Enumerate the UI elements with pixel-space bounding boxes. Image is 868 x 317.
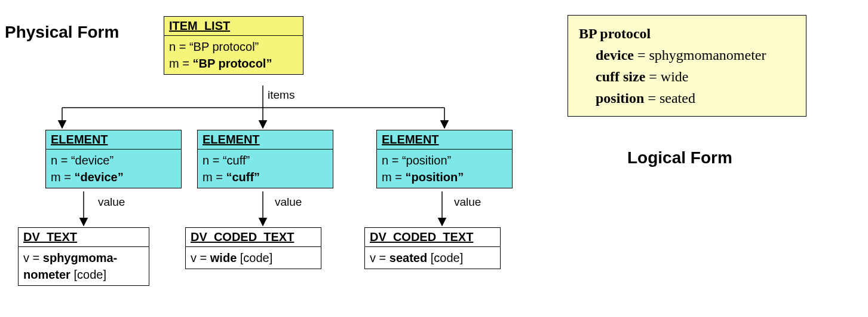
dv-text-box-device: DV_TEXT v = sphygmoma-nometer [code] [18,227,149,286]
dv-text-body-device: v = sphygmoma-nometer [code] [19,247,149,285]
element-n-device: n = “device” [51,152,176,169]
dv-coded-text-box-position: DV_CODED_TEXT v = seated [code] [364,227,501,269]
dv-coded-text-body-position: v = seated [code] [365,247,500,269]
element-type-cuff: ELEMENT [198,130,333,150]
element-box-device: ELEMENT n = “device” m = “device” [45,130,182,188]
logical-row-cuff: cuff size = wide [596,66,795,87]
logical-form-title: Logical Form [627,148,732,167]
dv-text-type-device: DV_TEXT [19,228,149,247]
item-list-m: m = “BP protocol” [169,55,298,72]
item-list-box: ITEM_LIST n = “BP protocol” m = “BP prot… [164,16,303,75]
value-edge-cuff: value [275,196,302,209]
element-m-cuff: m = “cuff” [203,169,328,185]
dv-coded-text-body-cuff: v = wide [code] [186,247,321,269]
element-m-device: m = “device” [51,169,176,185]
item-list-n: n = “BP protocol” [169,38,298,55]
logical-title: BP protocol [579,23,795,44]
items-edge-label: items [268,89,295,102]
item-list-body: n = “BP protocol” m = “BP protocol” [164,36,303,74]
element-m-position: m = “position” [382,169,507,185]
dv-coded-text-type-position: DV_CODED_TEXT [365,228,500,247]
physical-form-title: Physical Form [5,23,119,42]
value-edge-position: value [454,196,481,209]
dv-coded-text-box-cuff: DV_CODED_TEXT v = wide [code] [185,227,321,269]
element-body-device: n = “device” m = “device” [46,150,181,188]
item-list-type: ITEM_LIST [164,17,303,36]
value-edge-device: value [98,196,125,209]
logical-row-device: device = sphygmomanometer [596,44,795,66]
element-n-position: n = “position” [382,152,507,169]
element-n-cuff: n = “cuff” [203,152,328,169]
element-body-cuff: n = “cuff” m = “cuff” [198,150,333,188]
logical-row-position: position = seated [596,87,795,109]
element-box-position: ELEMENT n = “position” m = “position” [376,130,513,188]
element-type-device: ELEMENT [46,130,181,150]
element-body-position: n = “position” m = “position” [377,150,512,188]
logical-form-box: BP protocol device = sphygmomanometer cu… [568,15,806,117]
element-box-cuff: ELEMENT n = “cuff” m = “cuff” [197,130,333,188]
dv-coded-text-type-cuff: DV_CODED_TEXT [186,228,321,247]
element-type-position: ELEMENT [377,130,512,150]
